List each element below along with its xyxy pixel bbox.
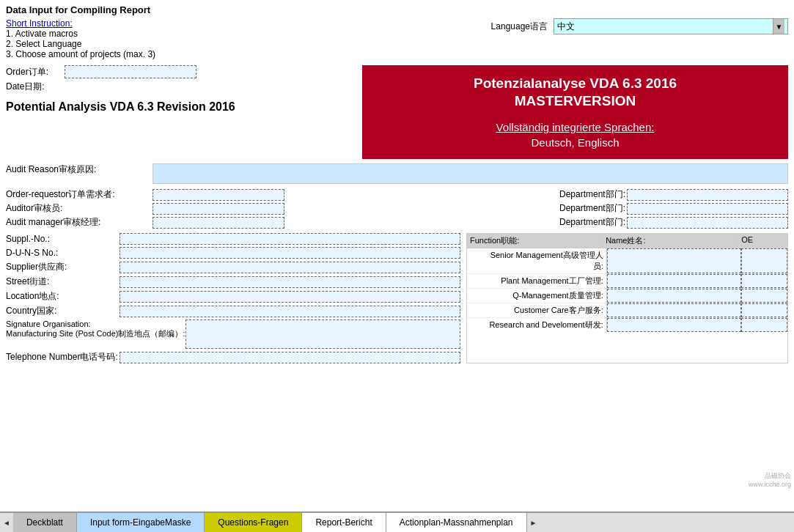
senior-mgmt-name[interactable] [607, 248, 742, 273]
people-section: Order-requestor订单需求者: Department部门: Audi… [6, 188, 788, 229]
street-input[interactable] [120, 276, 460, 288]
sig-label: Signature Organisation: Manufacturing Si… [6, 319, 185, 339]
customer-care-oe[interactable] [741, 303, 787, 317]
q-mgmt-oe[interactable] [741, 289, 787, 303]
audit-manager-dept: Department部门: [559, 216, 788, 229]
auditor-dept: Department部门: [559, 202, 788, 215]
research-oe[interactable] [741, 318, 787, 332]
research-name[interactable] [607, 318, 742, 332]
short-instruction-link[interactable]: Short Instruction: [6, 18, 155, 29]
street-label: Street街道: [6, 276, 120, 288]
table-row: Plant Management工厂管理: [467, 274, 787, 289]
step2-text: 2. Select Language [6, 39, 155, 49]
duns-row: D-U-N-S No.: [6, 247, 460, 259]
banner-line4: Deutsch, Englisch [377, 136, 773, 149]
tab-deckblatt[interactable]: Deckblatt [13, 513, 77, 532]
suppl-no-label: Suppl.-No.: [6, 234, 120, 244]
senior-mgmt-label: Senior Management高级管理人员: [467, 248, 607, 273]
step3-text: 3. Choose amount of projects (max. 3) [6, 49, 155, 59]
auditor-row: Auditor审核员: Department部门: [6, 202, 788, 215]
tab-scroll-right[interactable]: ► [527, 513, 540, 532]
tab-questions[interactable]: Questions-Fragen [205, 513, 302, 532]
suppl-no-input[interactable] [120, 233, 460, 245]
watermark: 品磁协会 www.icche.org [749, 471, 791, 488]
function-col-header: Function职能: [467, 234, 603, 248]
audit-reason-input[interactable] [152, 163, 788, 184]
supplier-label: Supplier供应商: [6, 261, 120, 273]
order-requestor-input[interactable] [152, 189, 284, 201]
function-table: Function职能: Name姓名: OE Senior Management… [466, 233, 788, 363]
order-requestor-row: Order-requestor订单需求者: Department部门: [6, 188, 788, 201]
banner-line1: Potenzialanalyse VDA 6.3 2016 [377, 75, 773, 92]
potential-analysis-text: Potential Analysis VDA 6.3 Revision 2016 [6, 100, 350, 114]
telephone-input[interactable] [120, 352, 460, 363]
page-title: Data Input for Compiling Report [6, 4, 788, 15]
banner: Potenzialanalyse VDA 6.3 2016 MASTERVERS… [362, 65, 788, 159]
q-mgmt-label: Q-Management质量管理: [467, 289, 607, 303]
tab-bar: ◄ Deckblatt Input form-EingabeMaske Ques… [0, 511, 794, 532]
audit-reason-row: Audit Reason审核原因: [6, 163, 788, 184]
supplier-input[interactable] [120, 262, 460, 273]
banner-line3: Vollständig integrierte Sprachen: [377, 121, 773, 133]
telephone-label: Telephone Number电话号码: [6, 351, 120, 363]
tab-input-form[interactable]: Input form-EingabeMaske [77, 513, 205, 532]
supplier-row: Supplier供应商: [6, 261, 460, 273]
dept-label-2: Department部门: [559, 202, 625, 215]
telephone-row: Telephone Number电话号码: [6, 351, 460, 363]
order-input[interactable] [65, 65, 196, 78]
language-label: Language语言 [491, 21, 548, 33]
date-label: Date日期: [6, 81, 65, 93]
step1-text: 1. Activate macros [6, 29, 155, 39]
auditor-label: Auditor审核员: [6, 202, 152, 215]
bottom-section: Suppl.-No.: D-U-N-S No.: Supplier供应商: St… [6, 233, 788, 363]
order-requestor-dept: Department部门: [559, 188, 788, 201]
signature-row: Signature Organisation: Manufacturing Si… [6, 319, 460, 349]
audit-manager-label: Audit manager审核经理: [6, 216, 152, 229]
duns-label: D-U-N-S No.: [6, 248, 120, 258]
auditor-input[interactable] [152, 203, 284, 215]
location-row: Location地点: [6, 290, 460, 303]
audit-manager-input[interactable] [152, 217, 284, 229]
plant-mgmt-name[interactable] [607, 274, 742, 288]
name-col-header: Name姓名: [603, 234, 738, 248]
street-row: Street街道: [6, 276, 460, 288]
language-select[interactable]: 中文 ▼ [554, 18, 788, 34]
suppl-no-row: Suppl.-No.: [6, 233, 460, 245]
q-mgmt-name[interactable] [607, 289, 742, 303]
country-label: Country国家: [6, 305, 120, 317]
dept-input-2[interactable] [627, 203, 788, 215]
senior-mgmt-oe[interactable] [741, 248, 787, 273]
location-input[interactable] [120, 291, 460, 303]
country-input[interactable] [120, 306, 460, 317]
customer-care-label: Customer Care客户服务: [467, 303, 607, 317]
order-area: Order订单: Date日期: [6, 65, 350, 93]
banner-line2: MASTERVERSION [377, 93, 773, 109]
audit-manager-row: Audit manager审核经理: Department部门: [6, 216, 788, 229]
location-label: Location地点: [6, 290, 120, 303]
dept-input-3[interactable] [627, 217, 788, 229]
instructions-section: Short Instruction: 1. Activate macros 2.… [6, 18, 155, 59]
oe-col-header: OE [738, 234, 787, 248]
table-row: Senior Management高级管理人员: [467, 248, 787, 274]
table-row: Q-Management质量管理: [467, 289, 787, 303]
tab-actionplan[interactable]: Actionplan-Massnahmenplan [386, 513, 527, 532]
table-header: Function职能: Name姓名: OE [467, 234, 787, 248]
tab-report[interactable]: Report-Bericht [302, 513, 386, 532]
plant-mgmt-oe[interactable] [741, 274, 787, 288]
customer-care-name[interactable] [607, 303, 742, 317]
language-value: 中文 [557, 21, 773, 33]
country-row: Country国家: [6, 305, 460, 317]
order-requestor-label: Order-requestor订单需求者: [6, 188, 152, 201]
language-row: Language语言 中文 ▼ [491, 18, 788, 34]
audit-reason-label: Audit Reason审核原因: [6, 163, 152, 176]
plant-mgmt-label: Plant Management工厂管理: [467, 274, 607, 288]
table-row: Research and Develoment研发: [467, 318, 787, 332]
duns-input[interactable] [120, 247, 460, 259]
dept-label-3: Department部门: [559, 216, 625, 229]
table-row: Customer Care客户服务: [467, 303, 787, 318]
order-label: Order订单: [6, 66, 65, 78]
tab-scroll-left[interactable]: ◄ [0, 513, 13, 532]
dept-input-1[interactable] [627, 189, 788, 201]
dropdown-arrow-icon[interactable]: ▼ [773, 19, 784, 34]
sig-input[interactable] [185, 319, 460, 349]
